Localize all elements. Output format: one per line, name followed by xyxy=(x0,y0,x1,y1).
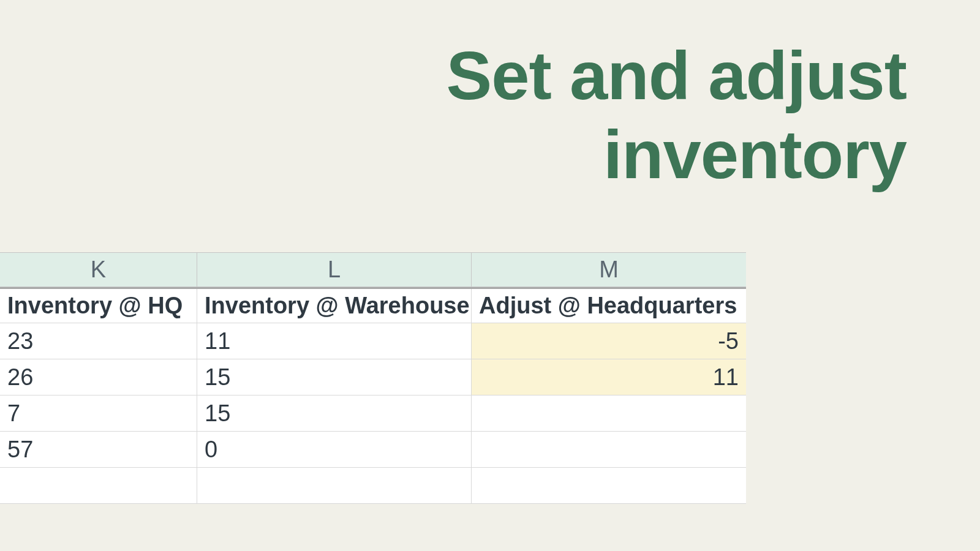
cell-inventory-hq[interactable]: 57 xyxy=(0,432,197,467)
table-row: 715 xyxy=(0,395,746,432)
cell-inventory-warehouse[interactable]: 15 xyxy=(197,395,472,431)
table-row: 2311-5 xyxy=(0,323,746,359)
cell-inventory-warehouse[interactable]: 15 xyxy=(197,359,472,395)
column-letter-row: K L M xyxy=(0,253,746,287)
column-letter-l[interactable]: L xyxy=(197,253,472,287)
header-row: Inventory @ HQ Inventory @ Warehouse Adj… xyxy=(0,287,746,323)
title-line-2: inventory xyxy=(603,116,907,193)
column-letter-m[interactable]: M xyxy=(472,253,746,287)
page-title: Set and adjust inventory xyxy=(447,37,907,195)
header-inventory-warehouse[interactable]: Inventory @ Warehouse xyxy=(197,289,472,323)
cell-inventory-warehouse[interactable]: 0 xyxy=(197,432,472,467)
spreadsheet: K L M Inventory @ HQ Inventory @ Warehou… xyxy=(0,252,746,504)
table-row xyxy=(0,468,746,504)
cell-adjust-headquarters[interactable] xyxy=(472,395,746,431)
cell-inventory-hq[interactable]: 23 xyxy=(0,323,197,359)
column-letter-k[interactable]: K xyxy=(0,253,197,287)
cell-inventory-hq[interactable]: 7 xyxy=(0,395,197,431)
cell-adjust-headquarters[interactable]: 11 xyxy=(472,359,746,395)
cell-inventory-hq[interactable]: 26 xyxy=(0,359,197,395)
header-adjust-headquarters[interactable]: Adjust @ Headquarters xyxy=(472,289,746,323)
cell-adjust-headquarters[interactable] xyxy=(472,468,746,503)
cell-inventory-warehouse[interactable]: 11 xyxy=(197,323,472,359)
cell-inventory-hq[interactable] xyxy=(0,468,197,503)
cell-inventory-warehouse[interactable] xyxy=(197,468,472,503)
table-row: 570 xyxy=(0,432,746,468)
header-inventory-hq[interactable]: Inventory @ HQ xyxy=(0,289,197,323)
cell-adjust-headquarters[interactable]: -5 xyxy=(472,323,746,359)
table-row: 261511 xyxy=(0,359,746,395)
title-line-1: Set and adjust xyxy=(447,37,907,114)
cell-adjust-headquarters[interactable] xyxy=(472,432,746,467)
